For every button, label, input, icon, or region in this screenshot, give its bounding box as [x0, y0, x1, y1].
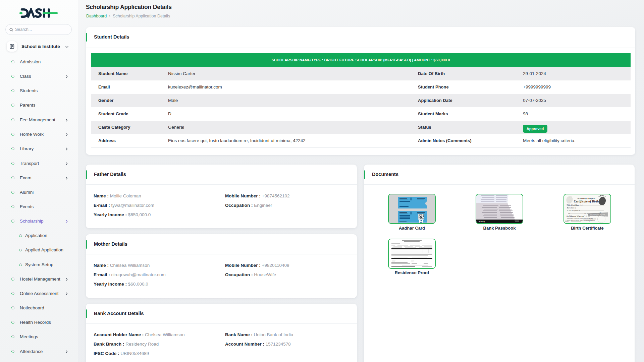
svg-text:This Certifies: This Certifies	[567, 204, 579, 206]
svg-text:that: that	[580, 204, 583, 206]
svg-text:day of: day of	[584, 213, 588, 214]
svg-text:Certificate of Birth: Certificate of Birth	[574, 200, 599, 203]
svg-text:the: the	[568, 213, 570, 214]
svg-text:Born here to: Born here to	[567, 207, 576, 209]
svg-text:Chief Physician: Chief Physician	[588, 218, 596, 220]
svg-text:Attending Nurse: Attending Nurse	[585, 220, 593, 222]
svg-text:In Witness Whereof: In Witness Whereof	[566, 215, 585, 217]
svg-text:in this Hospital at: in this Hospital at	[567, 209, 580, 212]
svg-text:alamy: alamy	[479, 220, 485, 223]
svg-text:Maternity Hospital: Maternity Hospital	[577, 197, 595, 199]
